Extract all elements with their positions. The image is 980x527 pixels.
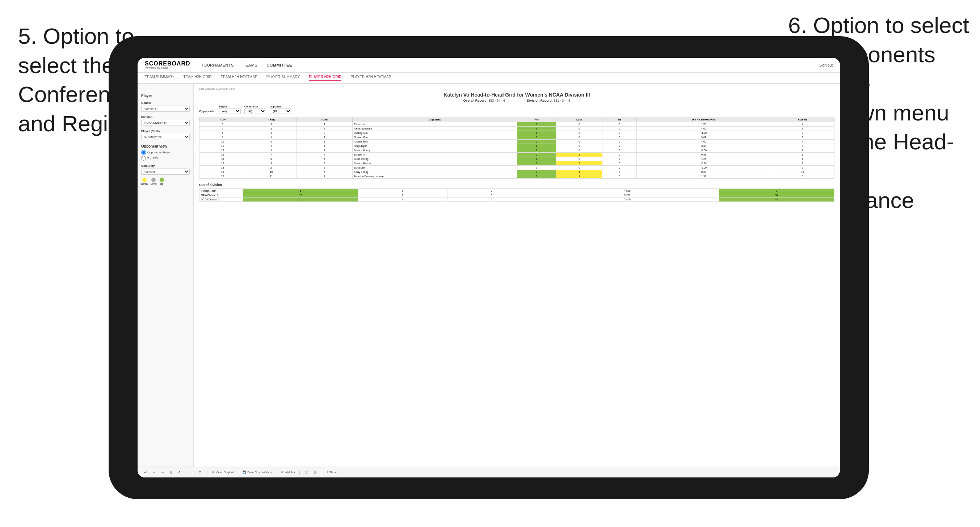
cell-tie: 0: [602, 140, 637, 144]
cell-rounds: 11: [771, 170, 834, 175]
watch-icon: 👁: [280, 471, 283, 474]
cell-win: 1: [517, 161, 557, 166]
cell-loss: 0: [557, 122, 602, 127]
cell-loss: 0: [557, 148, 602, 152]
col-loss: Loss: [557, 117, 602, 122]
legend-level-dot: [151, 178, 156, 182]
sidebar-division-select[interactable]: NCAA Division III: [141, 120, 190, 126]
conference-label: Conference: [244, 105, 266, 108]
sidebar-player-title: Player: [141, 94, 190, 98]
toolbar-grid[interactable]: ⊞: [168, 470, 173, 474]
toolbar-view-original[interactable]: 👁 View: Original: [212, 471, 234, 474]
toolbar-undo[interactable]: ↩: [143, 470, 148, 474]
sign-out-link[interactable]: | Sign out: [818, 63, 833, 67]
cell-rounds: 4: [771, 122, 834, 127]
main-content: Player Gender Women's Division NCAA Divi…: [138, 84, 840, 467]
ood-cell-win: 5: [243, 197, 358, 202]
cell-opponent: Andrea York: [352, 140, 517, 144]
cell-rounds: 6: [771, 175, 834, 179]
cell-loss: 0: [557, 135, 602, 140]
cell-div: 15: [199, 157, 246, 161]
cell-win: 1: [517, 135, 557, 140]
cell-conf: 5: [296, 144, 352, 148]
toolbar-hex[interactable]: ⬡: [304, 470, 310, 474]
toolbar-export[interactable]: ↗: [176, 470, 181, 474]
conference-select[interactable]: (All): [244, 108, 266, 114]
table-row: 3 3 1 Esther Lee 1 0 0 1.50 4: [199, 122, 834, 127]
radio-opponents-played[interactable]: Opponents Played: [141, 150, 190, 155]
legend-down-label: Down: [141, 183, 148, 185]
cell-tie: 0: [602, 166, 637, 170]
col-reg: # Reg: [246, 117, 296, 122]
sidebar-division-label: Division: [141, 115, 190, 119]
cell-reg: 2: [246, 144, 296, 148]
region-select[interactable]: (All): [219, 108, 241, 114]
cell-reg: 3: [246, 161, 296, 166]
subnav-player-h2h-grid[interactable]: PLAYER H2H GRID: [309, 75, 341, 81]
cell-div: 13: [199, 148, 246, 152]
ood-cell-win: 15: [243, 193, 358, 197]
cell-diff: 0.38: [636, 152, 771, 157]
toolbar-forward[interactable]: →: [160, 470, 165, 474]
opponent-select[interactable]: (All): [270, 108, 291, 114]
ood-cell-loss: 0: [358, 197, 447, 202]
toolbar-back[interactable]: ←: [151, 470, 157, 474]
table-row: 13 1 1 Jessica Huang 1 0 0 -3.00 2: [199, 148, 834, 152]
toolbar-grid2[interactable]: ⊞: [312, 470, 318, 474]
cell-opponent: Sydney Kuo: [352, 131, 517, 135]
subnav-team-h2h-grid[interactable]: TEAM H2H GRID: [183, 75, 212, 81]
cell-div: 3: [199, 122, 246, 127]
cell-diff: -5.00: [636, 166, 771, 170]
opponent-label: Opponent: [270, 105, 291, 108]
sidebar: Player Gender Women's Division NCAA Divi…: [138, 84, 194, 467]
bottom-toolbar: ↩ ← → ⊞ ↗ · ○ ⟳ 👁 View: Original 💾 Save …: [138, 467, 840, 478]
subnav-player-h2h-heatmap[interactable]: PLAYER H2H HEATMAP: [350, 75, 391, 81]
nav-tournaments[interactable]: TOURNAMENTS: [201, 63, 234, 67]
cell-rounds: 3: [771, 135, 834, 140]
sidebar-player-rank-select[interactable]: 8. Katelyn Vo: [141, 134, 190, 140]
nav-committee[interactable]: COMMITTEE: [266, 63, 292, 67]
ood-cell-tie: 0: [447, 189, 536, 193]
ood-cell-rounds: 30: [719, 193, 834, 197]
cell-reg: 1: [246, 148, 296, 152]
toolbar-refresh[interactable]: ⟳: [198, 470, 203, 474]
tablet-screen: SCOREBOARD Powered by clippd TOURNAMENTS…: [138, 58, 840, 478]
cell-div: 6: [199, 131, 246, 135]
sidebar-gender-select[interactable]: Women's: [141, 106, 190, 112]
cell-win: 2: [517, 175, 557, 179]
cell-win: 1: [517, 148, 557, 152]
cell-reg: 7: [246, 152, 296, 157]
col-rounds: Rounds: [771, 117, 834, 122]
cell-div: 11: [199, 144, 246, 148]
cell-tie: 0: [602, 148, 637, 152]
toolbar-share[interactable]: ⤴ Share: [326, 471, 337, 474]
cell-win: 1: [517, 127, 557, 131]
overall-record: Overall Record: 353 - 34 - 6: [463, 99, 505, 102]
toolbar-save-view[interactable]: 💾 Save Custom View: [243, 471, 272, 474]
subnav-team-summary[interactable]: TEAM SUMMARY: [145, 75, 175, 81]
radio-top-100[interactable]: Top 100: [141, 156, 190, 160]
cell-rounds: 4: [771, 157, 834, 161]
cell-diff: -0.94: [636, 161, 771, 166]
cell-conf: 3: [296, 131, 352, 135]
subnav-player-summary[interactable]: PLAYER SUMMARY: [266, 75, 300, 81]
cell-loss: 1: [557, 170, 602, 175]
cell-conf: 6: [296, 170, 352, 175]
grid-title: Katelyn Vo Head-to-Head Grid for Women's…: [199, 92, 834, 98]
subnav-team-h2h-heatmap[interactable]: TEAM H2H HEATMAP: [221, 75, 258, 81]
save-label: Save Custom View: [247, 471, 272, 474]
cell-opponent: Stella Cheng: [352, 157, 517, 161]
cell-win: 1: [517, 157, 557, 161]
toolbar-watch[interactable]: 👁 Watch ▾: [280, 471, 295, 474]
ood-cell-tie: 0: [447, 193, 536, 197]
table-row: 9 1 4 Sharon Mun 1 0 0 3.67 3: [199, 135, 834, 140]
sidebar-colour-by-select[interactable]: Win/loss: [141, 168, 190, 175]
cell-conf: 1: [296, 148, 352, 152]
region-label: Region: [219, 105, 241, 108]
toolbar-dot[interactable]: ·: [184, 470, 188, 474]
table-row: 11 2 5 Heejo Hyun 1 0 0 3.33 3: [199, 144, 834, 148]
toolbar-circle[interactable]: ○: [191, 470, 195, 474]
division-record: Division Record: 331 - 34 - 6: [527, 99, 570, 102]
nav-teams[interactable]: TEAMS: [243, 63, 258, 67]
cell-reg: 2: [246, 127, 296, 131]
